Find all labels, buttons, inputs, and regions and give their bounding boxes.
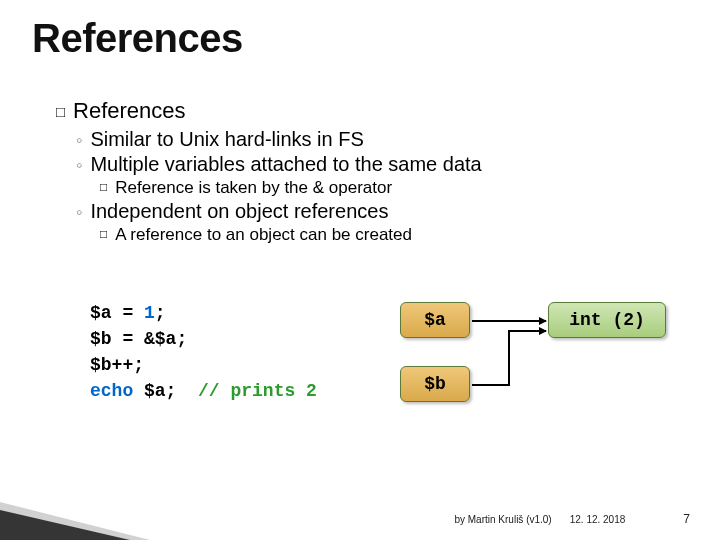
var-box-b: $b: [400, 366, 470, 402]
code-line: $b++;: [90, 352, 670, 378]
square-bullet-icon: □: [100, 180, 107, 194]
sub-bullet-text: Reference is taken by the & operator: [115, 178, 392, 198]
code-keyword: echo: [90, 381, 133, 401]
code-text: $a =: [90, 303, 144, 323]
code-line: echo $a; // prints 2: [90, 378, 670, 404]
footer-author: by Martin Kruliš (v1.0): [454, 514, 551, 525]
circle-bullet-icon: ◦: [76, 130, 82, 150]
code-text: $a;: [133, 381, 198, 401]
arrow-icon: [472, 320, 546, 322]
heading-item: □ References: [56, 98, 676, 124]
square-bullet-icon: □: [56, 103, 65, 120]
circle-bullet-icon: ◦: [76, 202, 82, 222]
heading-text: References: [73, 98, 186, 124]
decorative-wedge: [0, 510, 130, 540]
square-bullet-icon: □: [100, 227, 107, 241]
footer-page: 7: [683, 512, 690, 526]
code-text: ;: [155, 303, 166, 323]
circle-bullet-icon: ◦: [76, 155, 82, 175]
sub-bullet-item: □ A reference to an object can be create…: [100, 225, 676, 245]
bullet-item: ◦ Similar to Unix hard-links in FS: [76, 128, 676, 151]
code-comment: // prints 2: [198, 381, 317, 401]
bullet-text: Similar to Unix hard-links in FS: [90, 128, 363, 151]
arrow-segment: [472, 384, 508, 386]
bullet-text: Multiple variables attached to the same …: [90, 153, 481, 176]
slide-title: References: [32, 16, 243, 61]
footer: by Martin Kruliš (v1.0) 12. 12. 2018 7: [454, 512, 690, 526]
bullet-text: Independent on object references: [90, 200, 388, 223]
bullet-item: ◦ Multiple variables attached to the sam…: [76, 153, 676, 176]
arrow-icon: [508, 330, 546, 332]
arrow-segment: [508, 330, 510, 386]
slide: References □ References ◦ Similar to Uni…: [0, 0, 720, 540]
bullet-item: ◦ Independent on object references: [76, 200, 676, 223]
var-box-a: $a: [400, 302, 470, 338]
content-area: □ References ◦ Similar to Unix hard-link…: [56, 98, 676, 245]
code-literal: 1: [144, 303, 155, 323]
value-box-int: int (2): [548, 302, 666, 338]
sub-bullet-item: □ Reference is taken by the & operator: [100, 178, 676, 198]
sub-bullet-text: A reference to an object can be created: [115, 225, 412, 245]
footer-date: 12. 12. 2018: [570, 514, 626, 525]
